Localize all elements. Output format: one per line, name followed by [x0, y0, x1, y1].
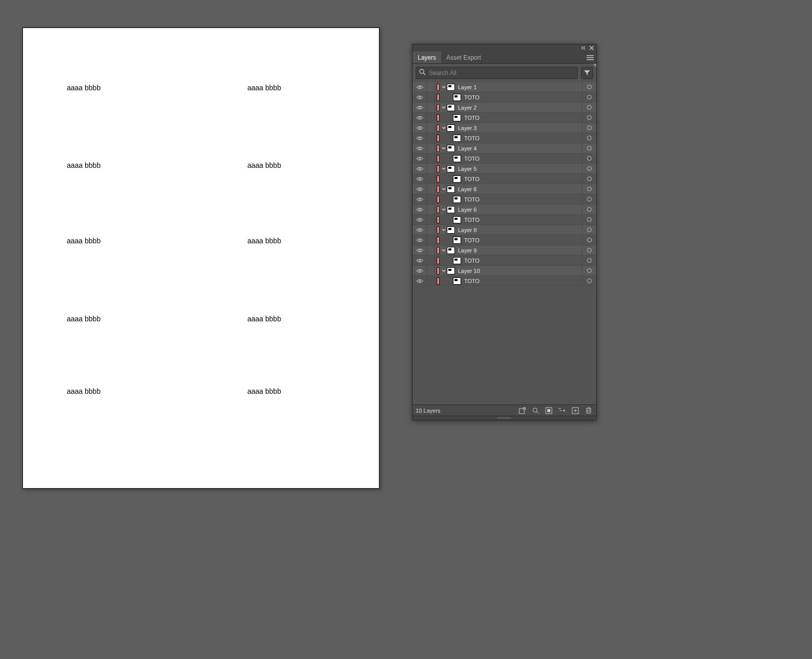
layer-row[interactable]: Layer 6 [413, 184, 596, 194]
export-button[interactable] [518, 406, 527, 415]
layer-name-label[interactable]: TOTO [463, 237, 582, 243]
layer-color-chip[interactable] [437, 124, 440, 132]
target-button[interactable] [582, 123, 596, 133]
visibility-toggle[interactable] [413, 164, 427, 173]
layer-thumbnail[interactable] [453, 94, 461, 101]
layer-thumbnail[interactable] [453, 175, 461, 183]
artboard-text[interactable]: aaaa bbbb [247, 84, 281, 92]
target-button[interactable] [582, 276, 596, 286]
layer-row[interactable]: Layer 2 [413, 103, 596, 113]
expand-toggle[interactable] [441, 228, 447, 232]
layer-thumbnail[interactable] [447, 124, 455, 132]
tab-layers[interactable]: Layers [413, 52, 441, 63]
layer-sublayer-row[interactable]: TOTO [413, 256, 596, 266]
target-button[interactable] [582, 225, 596, 235]
lock-toggle[interactable] [427, 164, 435, 173]
layer-row[interactable]: Layer 6 [413, 205, 596, 215]
lock-toggle[interactable] [427, 123, 435, 133]
layer-name-label[interactable]: TOTO [463, 196, 582, 202]
layer-name-label[interactable]: TOTO [463, 135, 582, 141]
expand-toggle[interactable] [441, 146, 447, 150]
artboard-text[interactable]: aaaa bbbb [67, 84, 100, 92]
target-button[interactable] [582, 92, 596, 102]
target-button[interactable] [582, 154, 596, 163]
target-button[interactable] [582, 215, 596, 224]
layer-color-chip[interactable] [437, 165, 440, 172]
panel-titlebar[interactable] [413, 44, 596, 52]
visibility-toggle[interactable] [413, 266, 427, 275]
layer-name-label[interactable]: TOTO [463, 156, 582, 162]
lock-toggle[interactable] [427, 103, 435, 112]
layer-color-chip[interactable] [437, 135, 440, 142]
layer-sublayer-row[interactable]: TOTO [413, 215, 596, 225]
visibility-toggle[interactable] [413, 256, 427, 265]
layer-name-label[interactable]: TOTO [463, 94, 582, 100]
layer-thumbnail[interactable] [447, 104, 455, 111]
visibility-toggle[interactable] [413, 154, 427, 163]
layer-sublayer-row[interactable]: TOTO [413, 154, 596, 164]
visibility-toggle[interactable] [413, 205, 427, 214]
layer-thumbnail[interactable] [453, 237, 461, 244]
lock-toggle[interactable] [427, 235, 435, 245]
visibility-toggle[interactable] [413, 276, 427, 286]
target-button[interactable] [582, 82, 596, 92]
layer-name-label[interactable]: Layer 2 [457, 105, 582, 111]
layer-sublayer-row[interactable]: TOTO [413, 133, 596, 143]
layer-name-label[interactable]: TOTO [463, 278, 582, 284]
target-button[interactable] [582, 103, 596, 112]
visibility-toggle[interactable] [413, 133, 427, 143]
layer-thumbnail[interactable] [453, 135, 461, 142]
layer-color-chip[interactable] [437, 186, 440, 193]
artboard-text[interactable]: aaaa bbbb [247, 237, 281, 245]
layer-sublayer-row[interactable]: TOTO [413, 276, 596, 286]
layer-color-chip[interactable] [437, 84, 440, 91]
visibility-toggle[interactable] [413, 245, 427, 255]
panel-close-icon[interactable] [589, 46, 594, 50]
search-box[interactable] [416, 67, 578, 79]
layer-name-label[interactable]: Layer 4 [457, 145, 582, 151]
visibility-toggle[interactable] [413, 235, 427, 245]
layer-color-chip[interactable] [437, 206, 440, 213]
expand-toggle[interactable] [441, 106, 447, 110]
lock-toggle[interactable] [427, 276, 435, 286]
layer-color-chip[interactable] [437, 175, 440, 183]
panel-collapse-icon[interactable] [581, 46, 586, 50]
target-button[interactable] [582, 143, 596, 153]
layer-color-chip[interactable] [437, 104, 440, 111]
lock-toggle[interactable] [427, 205, 435, 214]
layer-thumbnail[interactable] [453, 196, 461, 203]
target-button[interactable] [582, 164, 596, 173]
layer-sublayer-row[interactable]: TOTO [413, 92, 596, 103]
layer-name-label[interactable]: Layer 3 [457, 125, 582, 131]
layer-name-label[interactable]: Layer 5 [457, 166, 582, 172]
layer-name-label[interactable]: Layer 6 [457, 186, 582, 192]
clip-mask-button[interactable] [544, 406, 553, 415]
layer-color-chip[interactable] [437, 114, 440, 121]
artboard-text[interactable]: aaaa bbbb [67, 161, 100, 169]
new-layer-button[interactable] [571, 406, 580, 415]
layer-name-label[interactable]: TOTO [463, 217, 582, 223]
lock-toggle[interactable] [427, 256, 435, 265]
layer-color-chip[interactable] [437, 267, 440, 274]
visibility-toggle[interactable] [413, 194, 427, 204]
expand-toggle[interactable] [441, 248, 447, 252]
layer-row[interactable]: Layer 9 [413, 245, 596, 256]
visibility-toggle[interactable] [413, 174, 427, 184]
visibility-toggle[interactable] [413, 123, 427, 133]
layer-color-chip[interactable] [437, 145, 440, 152]
layer-name-label[interactable]: Layer 1 [457, 84, 582, 90]
layer-row[interactable]: Layer 4 [413, 143, 596, 154]
layer-row[interactable]: Layer 8 [413, 225, 596, 235]
visibility-toggle[interactable] [413, 143, 427, 153]
expand-toggle[interactable] [441, 126, 447, 130]
layer-color-chip[interactable] [437, 237, 440, 244]
artboard-text[interactable]: aaaa bbbb [247, 315, 281, 323]
lock-toggle[interactable] [427, 245, 435, 255]
layer-thumbnail[interactable] [447, 145, 455, 152]
layer-sublayer-row[interactable]: TOTO [413, 174, 596, 184]
layer-thumbnail[interactable] [453, 257, 461, 264]
filter-button[interactable] [581, 67, 593, 79]
layer-thumbnail[interactable] [447, 267, 455, 274]
layer-color-chip[interactable] [437, 247, 440, 254]
layer-color-chip[interactable] [437, 196, 440, 203]
